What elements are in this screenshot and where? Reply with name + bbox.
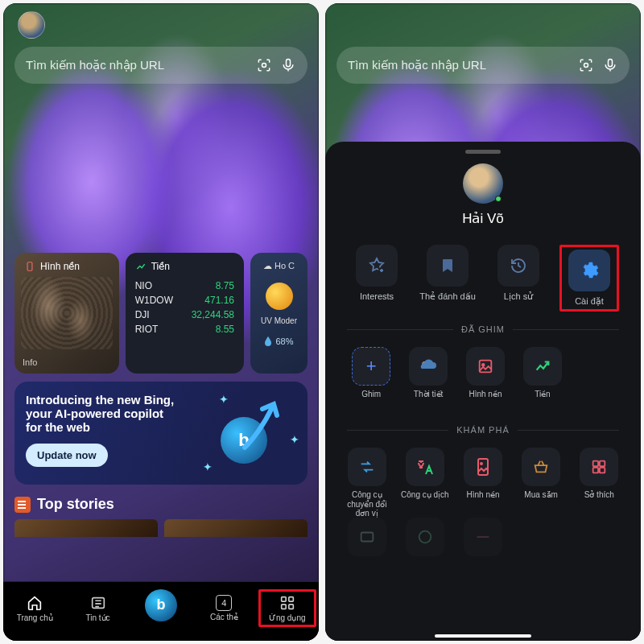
svg-rect-16 (593, 461, 598, 466)
trend-up-icon (135, 261, 147, 272)
nav-news[interactable]: Tin tức (69, 594, 127, 622)
explore-more[interactable] (396, 513, 454, 583)
trend-up-icon (534, 357, 551, 375)
top-stories-heading[interactable]: Top stories (14, 496, 308, 513)
pinned-stocks[interactable]: Tiền (514, 342, 571, 412)
svg-rect-1 (287, 60, 291, 67)
uv-index: UV Moder (261, 316, 297, 325)
qa-interests[interactable]: Interests (347, 245, 407, 312)
phone-icon (24, 261, 35, 272)
profile-avatar[interactable] (18, 11, 45, 39)
nav-bing[interactable]: b (132, 592, 190, 625)
pinned-wallpaper[interactable]: Hình nền (457, 342, 514, 412)
weather-card[interactable]: ☁ Ho C UV Moder 68% (250, 253, 308, 374)
explore-unit-converter[interactable]: Công cụ chuyển đổi đơn vị (338, 443, 396, 513)
username: Hải Võ (462, 210, 504, 227)
grid-tiles-icon (590, 458, 608, 476)
stock-rows: NIO8.75 W1DOW471.16 DJI32,244.58 RIOT8.5… (135, 279, 234, 336)
explore-more[interactable] (338, 513, 396, 583)
qa-settings-highlighted[interactable]: Cài đặt (559, 245, 619, 312)
news-icon (89, 594, 107, 612)
svg-point-8 (584, 64, 588, 68)
stocks-card[interactable]: Tiền NIO8.75 W1DOW471.16 DJI32,244.58 RI… (126, 253, 244, 374)
svg-rect-18 (593, 468, 598, 473)
search-placeholder: Tìm kiếm hoặc nhập URL (26, 58, 248, 72)
story-thumbnails[interactable] (14, 519, 308, 537)
search-placeholder: Tìm kiếm hoặc nhập URL (348, 58, 570, 72)
bookmark-icon (438, 256, 457, 275)
bottom-nav: Trang chủ Tin tức b 4 Các thẻ Ứng dụng (3, 581, 319, 641)
humidity: 68% (264, 336, 293, 346)
info-label[interactable]: Info (23, 357, 37, 367)
pinned-weather[interactable]: Thời tiết (400, 342, 457, 412)
search-bar[interactable]: Tìm kiếm hoặc nhập URL (14, 47, 308, 84)
svg-rect-4 (281, 597, 286, 602)
phone-wallpaper-icon (477, 457, 489, 477)
svg-rect-14 (478, 459, 488, 475)
translate-icon (415, 458, 435, 476)
mic-icon[interactable] (280, 57, 296, 73)
news-icon (14, 497, 31, 513)
history-icon (509, 256, 528, 275)
mic-icon[interactable] (602, 57, 618, 73)
star-plus-icon (367, 256, 386, 275)
section-pinned: ĐÃ GHIM (347, 324, 618, 334)
promo-graphic: b ✦ ✦ ✦ (203, 393, 299, 473)
explore-interests[interactable]: Sở thích (570, 443, 628, 513)
svg-rect-20 (361, 533, 373, 542)
svg-rect-12 (480, 361, 492, 373)
gear-icon (580, 261, 599, 280)
qa-history[interactable]: Lịch sử (489, 245, 548, 312)
lens-scan-icon[interactable] (256, 57, 272, 73)
converter-icon (358, 458, 376, 476)
explore-translator[interactable]: Công cụ dịch (396, 443, 454, 513)
screen-apps-panel: Tìm kiếm hoặc nhập URL Hải Võ Interests … (325, 3, 641, 641)
svg-rect-17 (600, 461, 605, 466)
home-indicator[interactable] (435, 634, 531, 638)
presence-dot (495, 196, 502, 202)
nav-home[interactable]: Trang chủ (6, 594, 64, 622)
pinned-add[interactable]: + Ghim (343, 342, 400, 412)
image-icon (477, 357, 494, 375)
basket-icon (532, 458, 550, 476)
plus-icon: + (366, 356, 377, 377)
svg-rect-5 (289, 597, 294, 602)
svg-point-0 (262, 64, 266, 68)
svg-rect-19 (600, 468, 605, 473)
svg-rect-2 (27, 262, 32, 271)
panel-avatar[interactable] (463, 163, 503, 204)
widget-cards-row: Hình nền Info Tiền NIO8.75 W1DOW471.16 D… (3, 253, 319, 374)
update-now-button[interactable]: Update now (26, 444, 108, 467)
explore-wallpaper[interactable]: Hình nền (454, 443, 512, 513)
explore-shopping[interactable]: Mua sắm (512, 443, 570, 513)
section-explore: KHÁM PHÁ (347, 425, 618, 435)
explore-more[interactable] (454, 513, 512, 583)
weather-icon (418, 357, 439, 375)
search-bar[interactable]: Tìm kiếm hoặc nhập URL (336, 47, 630, 84)
svg-point-21 (419, 531, 431, 543)
bing-icon: b (145, 589, 177, 621)
apps-grid-icon (279, 594, 296, 612)
svg-point-15 (481, 463, 482, 464)
nav-apps-highlighted[interactable]: Ứng dụng (258, 589, 316, 627)
svg-point-13 (482, 364, 485, 366)
lens-scan-icon[interactable] (578, 57, 594, 73)
wallpaper-texture (21, 277, 113, 349)
tabs-count-icon: 4 (216, 595, 232, 611)
drag-handle[interactable] (465, 150, 501, 154)
bing-promo-card[interactable]: Introducing the new Bing, your AI-powere… (14, 382, 308, 485)
svg-rect-7 (289, 605, 294, 609)
quick-actions-row: Interests Thẻ đánh dấu Lịch sử Cài đặt (347, 245, 619, 312)
qa-bookmarks[interactable]: Thẻ đánh dấu (418, 245, 477, 312)
screen-home: Tìm kiếm hoặc nhập URL Hình nền Info (3, 3, 319, 641)
svg-rect-9 (609, 60, 613, 67)
nav-tabs[interactable]: 4 Các thẻ (195, 595, 253, 621)
svg-rect-6 (281, 605, 286, 609)
sun-icon (266, 283, 293, 310)
home-icon (26, 594, 43, 612)
wallpaper-card[interactable]: Hình nền Info (14, 253, 119, 374)
apps-panel: Hải Võ Interests Thẻ đánh dấu Lịch sử Cà… (325, 142, 641, 641)
